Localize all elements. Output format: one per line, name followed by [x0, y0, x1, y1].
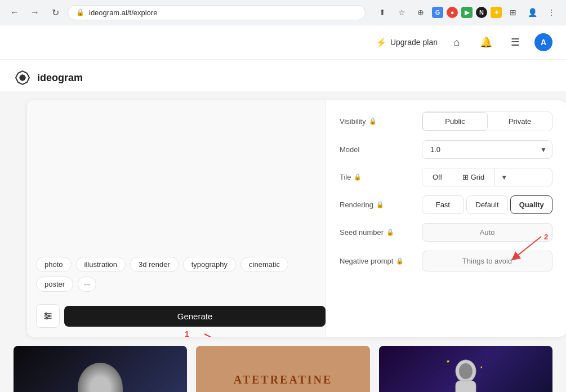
seed-input[interactable] — [422, 223, 552, 242]
grid-icon: ⊞ — [462, 173, 469, 181]
rendering-row: Rendering 🔒 Fast Default Quality — [340, 195, 552, 214]
bell-button[interactable]: 🔔 — [476, 32, 496, 52]
rendering-fast-button[interactable]: Fast — [422, 195, 464, 214]
svg-rect-10 — [456, 381, 476, 392]
tile-label: Tile 🔒 — [340, 173, 413, 181]
controls-panel: Visibility 🔒 Public Private Model 1.0 2.… — [326, 100, 566, 337]
tag-more[interactable]: ··· — [78, 277, 96, 292]
image-area: photo illustration 3d render typography … — [27, 100, 326, 337]
rendering-lock-icon: 🔒 — [376, 201, 384, 208]
seed-lock-icon: 🔒 — [386, 229, 394, 236]
visibility-label: Visibility 🔒 — [340, 117, 413, 126]
svg-text:·: · — [449, 388, 449, 391]
tile-grid-button[interactable]: ⊞ Grid — [452, 168, 494, 186]
annotation-overlay: 1 — [27, 100, 326, 337]
upgrade-button[interactable]: ⚡ Upgrade plan — [376, 37, 438, 48]
bolt-icon: ⚡ — [376, 37, 387, 48]
bookmark-button[interactable]: ☆ — [394, 5, 409, 20]
svg-text:★: ★ — [480, 366, 483, 369]
profile-button[interactable]: 👤 — [524, 5, 540, 20]
upgrade-label: Upgrade plan — [390, 38, 438, 47]
ext-icon-5: ✦ — [491, 7, 502, 18]
menu-button[interactable]: ⋮ — [543, 5, 559, 20]
tag-typography[interactable]: typography — [183, 257, 236, 272]
forward-button[interactable]: → — [27, 5, 43, 20]
visibility-row: Visibility 🔒 Public Private — [340, 112, 552, 131]
model-select[interactable]: 1.0 2.0 2a — [422, 140, 552, 159]
main-area: photo illustration 3d render typography … — [0, 100, 566, 337]
rendering-quality-button[interactable]: Quality — [510, 195, 552, 214]
extensions-button[interactable]: ⊞ — [505, 5, 521, 20]
seed-label: Seed number 🔒 — [340, 228, 413, 237]
generate-button[interactable]: Generate — [64, 306, 326, 327]
rendering-label: Rendering 🔒 — [340, 201, 413, 209]
home-button[interactable]: ⌂ — [447, 32, 467, 52]
annotation-1: 1 — [185, 329, 189, 337]
logo-area: ideogram — [0, 60, 566, 91]
svg-point-9 — [459, 363, 473, 379]
browser-chrome: ← → ↻ 🔒 ideogram.ai/t/explore ⬆ ☆ ⊕ G ● … — [0, 0, 566, 25]
model-select-wrapper: 1.0 2.0 2a ▼ — [422, 140, 552, 159]
avatar[interactable]: A — [534, 33, 552, 51]
tag-3d-render[interactable]: 3d render — [130, 257, 179, 272]
astro-svg: ★ ★ · · — [443, 351, 488, 392]
ext-icon-4: N — [476, 7, 487, 18]
tile-lock-icon: 🔒 — [354, 173, 362, 181]
menu-icon-button[interactable]: ☰ — [505, 32, 525, 52]
logo-icon — [14, 69, 32, 87]
visibility-private-button[interactable]: Private — [488, 112, 552, 131]
browser-actions: ⬆ ☆ ⊕ G ● ▶ N ✦ ⊞ 👤 ⋮ — [375, 5, 559, 20]
app-bar: ⚡ Upgrade plan ⌂ 🔔 ☰ A — [0, 25, 566, 60]
svg-point-3 — [46, 313, 47, 315]
share-button[interactable]: ⬆ — [375, 5, 390, 20]
negative-prompt-row: Negative prompt 🔒 2 — [340, 251, 552, 271]
content-panel: photo illustration 3d render typography … — [27, 100, 566, 337]
back-button[interactable]: ← — [7, 5, 23, 20]
tag-illustration[interactable]: illustration — [76, 257, 126, 272]
refresh-button[interactable]: ↻ — [47, 5, 63, 20]
ext-icon-2: ● — [447, 7, 458, 18]
svg-point-4 — [48, 315, 50, 317]
image-astro: ★ ★ · · — [379, 346, 552, 392]
model-row: Model 1.0 2.0 2a ▼ — [340, 140, 552, 159]
sliders-icon — [43, 311, 53, 321]
tag-photo[interactable]: photo — [36, 257, 72, 272]
ext-icon-3: ▶ — [461, 7, 473, 18]
settings-button[interactable] — [36, 304, 60, 328]
tile-dropdown-button[interactable]: ▼ — [494, 168, 513, 186]
tile-off-button[interactable]: Off — [422, 168, 452, 186]
negative-prompt-label: Negative prompt 🔒 — [340, 257, 413, 265]
tag-poster[interactable]: poster — [36, 277, 73, 292]
seed-row: Seed number 🔒 — [340, 223, 552, 242]
visibility-lock-icon: 🔒 — [369, 118, 377, 125]
rendering-default-button[interactable]: Default — [466, 195, 509, 214]
image-wolf — [14, 346, 187, 392]
svg-text:★: ★ — [446, 359, 450, 364]
extension-puzzle-button[interactable]: ⊕ — [413, 5, 429, 20]
lock-icon: 🔒 — [76, 8, 84, 16]
logo-text: ideogram — [37, 72, 83, 84]
svg-point-5 — [46, 318, 48, 319]
generate-area: Generate — [36, 304, 326, 328]
negative-prompt-input[interactable] — [422, 251, 552, 271]
negative-prompt-lock-icon: 🔒 — [396, 257, 404, 265]
visibility-toggle: Public Private — [422, 112, 552, 131]
url-text: ideogram.ai/t/explore — [89, 8, 157, 17]
svg-text:·: · — [483, 382, 483, 386]
model-label: Model — [340, 145, 413, 154]
bottom-images: ATETREATINE ★ ★ · · — [0, 346, 566, 392]
tile-row: Tile 🔒 Off ⊞ Grid ▼ — [340, 168, 552, 186]
address-bar: 🔒 ideogram.ai/t/explore — [68, 5, 366, 20]
tile-group: Off ⊞ Grid ▼ — [422, 168, 552, 186]
tag-cinematic[interactable]: cinematic — [240, 257, 288, 272]
arrow-1 — [204, 334, 227, 337]
visibility-public-button[interactable]: Public — [422, 112, 488, 131]
tag-area: photo illustration 3d render typography … — [36, 257, 326, 292]
image-text: ATETREATINE — [196, 346, 369, 392]
rendering-group: Fast Default Quality — [422, 195, 552, 214]
ext-icon-1: G — [432, 7, 443, 18]
